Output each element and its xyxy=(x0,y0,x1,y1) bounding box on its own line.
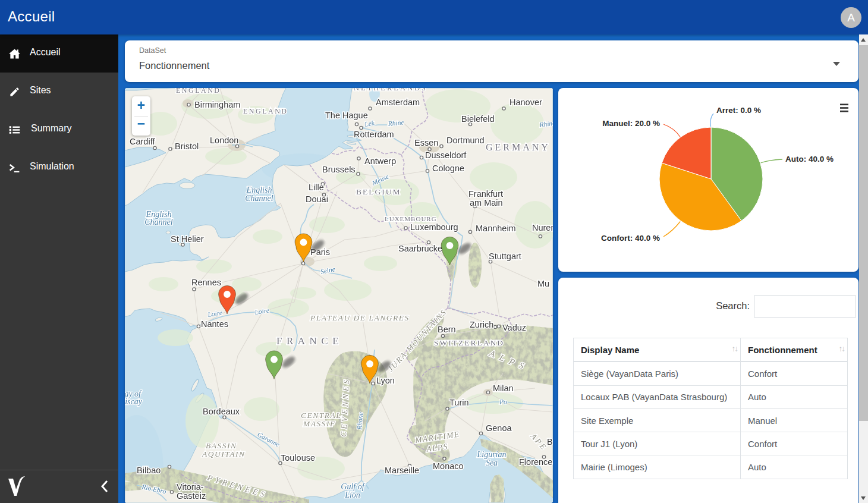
svg-text:Manuel: 20.0 %: Manuel: 20.0 % xyxy=(602,119,660,128)
svg-text:The Hague: The Hague xyxy=(325,111,368,120)
svg-text:ENGLAND: ENGLAND xyxy=(243,107,288,115)
svg-text:Hanover: Hanover xyxy=(510,98,542,107)
svg-text:Ligurian: Ligurian xyxy=(476,450,506,459)
svg-text:Biscay: Biscay xyxy=(125,397,143,406)
svg-text:NETHERLANDS: NETHERLANDS xyxy=(354,88,427,92)
svg-text:Channel: Channel xyxy=(245,194,273,203)
svg-text:Brussels: Brussels xyxy=(322,165,356,174)
svg-text:Nurem: Nurem xyxy=(532,223,553,232)
svg-text:Marseille: Marseille xyxy=(385,466,419,475)
svg-text:Mu: Mu xyxy=(537,279,549,288)
svg-text:English: English xyxy=(246,186,272,194)
svg-text:Douai: Douai xyxy=(306,194,328,204)
svg-text:Channel: Channel xyxy=(144,218,173,227)
svg-text:Bielefeld: Bielefeld xyxy=(461,114,495,124)
svg-text:am Main: am Main xyxy=(470,198,503,208)
svg-text:BELGIUM: BELGIUM xyxy=(356,187,401,196)
svg-text:St Helier: St Helier xyxy=(171,234,204,244)
svg-text:Dusseldorf: Dusseldorf xyxy=(425,150,467,160)
svg-text:Gasteiz: Gasteiz xyxy=(177,491,206,501)
svg-text:Birmingham: Birmingham xyxy=(194,100,240,109)
svg-text:Monaco: Monaco xyxy=(433,461,464,471)
svg-text:Lion: Lion xyxy=(344,491,360,499)
svg-text:Bristol: Bristol xyxy=(175,142,199,151)
svg-text:CENTRAL: CENTRAL xyxy=(301,411,341,420)
svg-text:Bordeaux: Bordeaux xyxy=(203,407,240,416)
svg-text:Nantes: Nantes xyxy=(201,319,228,329)
svg-text:Frankfurt: Frankfurt xyxy=(468,189,503,199)
svg-text:Confort: 40.0 %: Confort: 40.0 % xyxy=(601,234,660,243)
svg-text:Arret: 0.0 %: Arret: 0.0 % xyxy=(716,106,761,115)
svg-text:Vitoria-: Vitoria- xyxy=(177,482,204,492)
svg-text:Mannheim: Mannheim xyxy=(476,224,516,233)
svg-text:Luxembourg: Luxembourg xyxy=(410,222,458,232)
svg-text:Sea: Sea xyxy=(486,458,498,467)
svg-text:LUXEMBOURG: LUXEMBOURG xyxy=(385,215,437,222)
svg-text:Dortmund: Dortmund xyxy=(446,136,485,145)
svg-text:ENGLAND: ENGLAND xyxy=(176,88,221,95)
svg-text:Lille: Lille xyxy=(309,183,324,192)
svg-text:MASSIF: MASSIF xyxy=(303,419,336,428)
svg-text:Vaduz: Vaduz xyxy=(502,323,526,332)
svg-text:Milan: Milan xyxy=(493,383,514,393)
svg-text:Gulf of: Gulf of xyxy=(341,482,365,491)
svg-text:Rennes: Rennes xyxy=(191,278,221,287)
svg-text:Genoa: Genoa xyxy=(486,423,512,433)
svg-text:BASSIN: BASSIN xyxy=(206,441,237,450)
svg-text:Saarbrucken: Saarbrucken xyxy=(398,244,447,253)
svg-text:Antwerp: Antwerp xyxy=(364,156,396,166)
svg-text:Florence: Florence xyxy=(519,457,552,467)
svg-text:Bern: Bern xyxy=(438,325,456,334)
svg-text:Auto: 40.0 %: Auto: 40.0 % xyxy=(785,155,834,164)
svg-text:Essen: Essen xyxy=(414,138,438,147)
svg-text:Amsterdam: Amsterdam xyxy=(376,98,420,107)
svg-text:Cardiff: Cardiff xyxy=(130,137,155,146)
svg-text:B: B xyxy=(547,437,553,447)
svg-text:GERMANY: GERMANY xyxy=(486,142,551,152)
svg-text:Bilbao: Bilbao xyxy=(137,466,161,475)
svg-text:Turin: Turin xyxy=(449,398,469,407)
svg-text:Zurich: Zurich xyxy=(470,320,493,329)
svg-text:Po: Po xyxy=(499,398,507,405)
svg-text:AQUITAIN: AQUITAIN xyxy=(202,449,246,458)
svg-text:Cologne: Cologne xyxy=(432,164,464,173)
svg-text:Toulouse: Toulouse xyxy=(281,453,315,463)
svg-text:London: London xyxy=(210,136,238,145)
svg-text:Stuttgart: Stuttgart xyxy=(489,252,521,261)
svg-text:Rotterdam: Rotterdam xyxy=(354,130,394,139)
svg-text:Lyon: Lyon xyxy=(376,376,395,385)
svg-text:PLATEAU DE LANGRES: PLATEAU DE LANGRES xyxy=(310,313,410,322)
svg-text:FRANCE: FRANCE xyxy=(276,335,343,347)
svg-text:SWITZERLAND: SWITZERLAND xyxy=(434,338,504,347)
